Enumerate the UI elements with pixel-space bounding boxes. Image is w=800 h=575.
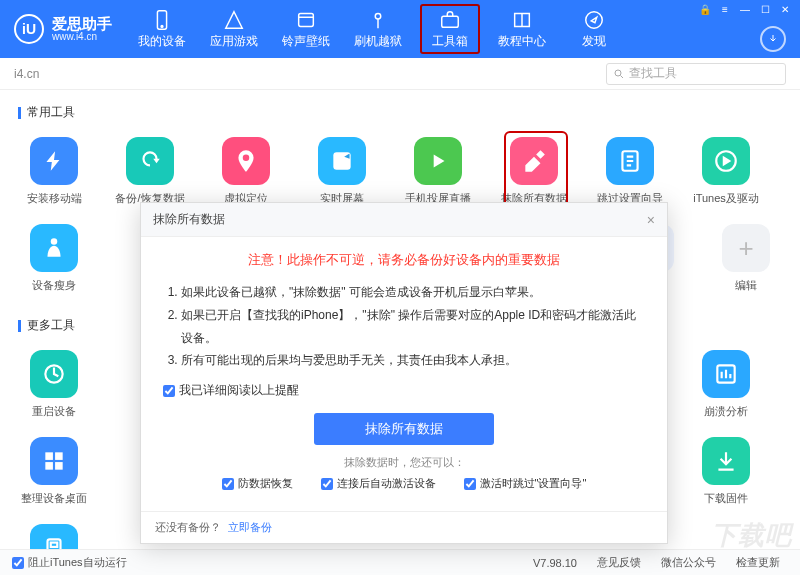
- dialog-foot-text: 还没有备份？: [155, 521, 221, 533]
- tool-arrange-desktop[interactable]: 整理设备桌面: [6, 429, 102, 516]
- svg-rect-19: [45, 462, 53, 470]
- dialog-titlebar: 抹除所有数据 ×: [141, 203, 667, 237]
- nav-label: 教程中心: [498, 33, 546, 50]
- dialog-footer: 还没有备份？ 立即备份: [141, 511, 667, 543]
- svg-rect-4: [442, 16, 459, 27]
- opt-prevent-recovery[interactable]: 防数据恢复: [222, 476, 293, 491]
- svg-rect-2: [299, 13, 314, 26]
- download-circle-icon[interactable]: [760, 26, 786, 52]
- erase-confirm-button[interactable]: 抹除所有数据: [314, 413, 494, 445]
- tool-download-firmware[interactable]: 下载固件: [678, 429, 774, 516]
- search-input[interactable]: 查找工具: [606, 63, 786, 85]
- svg-point-5: [586, 11, 603, 28]
- tool-restart[interactable]: 重启设备: [6, 342, 102, 429]
- svg-point-6: [615, 70, 621, 76]
- svg-rect-22: [51, 543, 58, 547]
- nav-tutorial[interactable]: 教程中心: [486, 0, 558, 58]
- ack-checkbox-input[interactable]: [163, 385, 175, 397]
- backup-now-link[interactable]: 立即备份: [228, 521, 272, 533]
- nav-label: 刷机越狱: [354, 33, 402, 50]
- dialog-item-2: 如果已开启【查找我的iPhone】，"抹除" 操作后需要对应的Apple ID和…: [181, 304, 645, 350]
- wechat-link[interactable]: 微信公众号: [661, 555, 716, 570]
- brand-name: 爱思助手: [52, 16, 112, 31]
- tool-device-slim[interactable]: 设备瘦身: [6, 216, 102, 303]
- svg-rect-20: [55, 462, 63, 470]
- window-controls: 🔒 ≡ — ☐ ✕: [698, 4, 792, 15]
- subheader: i4.cn 查找工具: [0, 58, 800, 90]
- svg-point-3: [375, 13, 381, 18]
- nav-label: 应用游戏: [210, 33, 258, 50]
- top-nav: 我的设备 应用游戏 铃声壁纸 刷机越狱 工具箱 教程中心 发现: [126, 0, 630, 58]
- tool-itunes-driver[interactable]: iTunes及驱动: [678, 129, 774, 216]
- section-common-title: 常用工具: [0, 90, 800, 129]
- lock-icon[interactable]: 🔒: [698, 4, 712, 15]
- tool-crash-analysis[interactable]: 崩溃分析: [678, 342, 774, 429]
- dialog-subhint: 抹除数据时，您还可以：: [163, 455, 645, 470]
- nav-toolbox[interactable]: 工具箱: [414, 0, 486, 58]
- nav-ringtone[interactable]: 铃声壁纸: [270, 0, 342, 58]
- status-bar: 阻止iTunes自动运行 V7.98.10 意见反馈 微信公众号 检查更新: [0, 549, 800, 575]
- dialog-warning: 注意！此操作不可逆，请务必备份好设备内的重要数据: [163, 251, 645, 269]
- nav-my-device[interactable]: 我的设备: [126, 0, 198, 58]
- block-itunes-checkbox[interactable]: [12, 557, 24, 569]
- nav-label: 铃声壁纸: [282, 33, 330, 50]
- nav-flash[interactable]: 刷机越狱: [342, 0, 414, 58]
- svg-point-1: [161, 25, 163, 27]
- app-header: iU 爱思助手 www.i4.cn 我的设备 应用游戏 铃声壁纸 刷机越狱 工具…: [0, 0, 800, 58]
- nav-label: 工具箱: [432, 33, 468, 50]
- brand-url: www.i4.cn: [52, 31, 112, 42]
- svg-point-10: [51, 238, 58, 245]
- logo: iU 爱思助手 www.i4.cn: [0, 14, 126, 44]
- dialog-list: 如果此设备已越狱，"抹除数据" 可能会造成设备开机后显示白苹果。 如果已开启【查…: [181, 281, 645, 372]
- update-link[interactable]: 检查更新: [736, 555, 780, 570]
- tool-install-mobile[interactable]: 安装移动端: [6, 129, 102, 216]
- ack-checkbox[interactable]: 我已详细阅读以上提醒: [163, 382, 645, 399]
- nav-apps[interactable]: 应用游戏: [198, 0, 270, 58]
- opt-auto-activate[interactable]: 连接后自动激活设备: [321, 476, 436, 491]
- block-itunes-label: 阻止iTunes自动运行: [28, 555, 127, 570]
- version-label: V7.98.10: [533, 557, 577, 569]
- dialog-close-icon[interactable]: ×: [647, 212, 655, 228]
- dialog-item-3: 所有可能出现的后果均与爱思助手无关，其责任由我本人承担。: [181, 349, 645, 372]
- feedback-link[interactable]: 意见反馈: [597, 555, 641, 570]
- logo-icon: iU: [14, 14, 44, 44]
- search-icon: [613, 68, 625, 80]
- tool-edit[interactable]: +编辑: [698, 216, 794, 303]
- search-placeholder: 查找工具: [629, 65, 677, 82]
- svg-rect-18: [55, 452, 63, 460]
- erase-dialog: 抹除所有数据 × 注意！此操作不可逆，请务必备份好设备内的重要数据 如果此设备已…: [140, 202, 668, 544]
- nav-label: 我的设备: [138, 33, 186, 50]
- maximize-icon[interactable]: ☐: [758, 4, 772, 15]
- minimize-icon[interactable]: —: [738, 4, 752, 15]
- close-icon[interactable]: ✕: [778, 4, 792, 15]
- menu-icon[interactable]: ≡: [718, 4, 732, 15]
- breadcrumb: i4.cn: [14, 67, 39, 81]
- svg-rect-17: [45, 452, 53, 460]
- opt-skip-setup[interactable]: 激活时跳过"设置向导": [464, 476, 587, 491]
- dialog-item-1: 如果此设备已越狱，"抹除数据" 可能会造成设备开机后显示白苹果。: [181, 281, 645, 304]
- nav-discover[interactable]: 发现: [558, 0, 630, 58]
- dialog-title: 抹除所有数据: [153, 211, 225, 228]
- nav-label: 发现: [582, 33, 606, 50]
- dialog-options: 防数据恢复 连接后自动激活设备 激活时跳过"设置向导": [163, 476, 645, 491]
